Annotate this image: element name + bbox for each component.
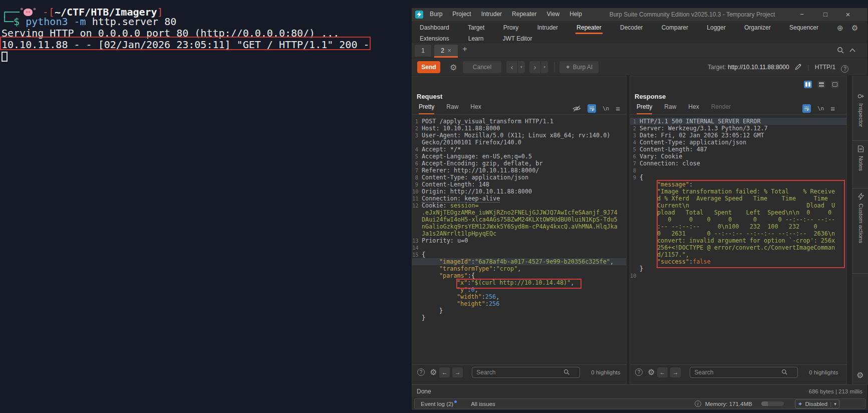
code-line: 1POST /apply_visual_transform HTTP/1.1 <box>412 118 626 125</box>
tab-comparer[interactable]: Comparer <box>661 23 689 34</box>
code-line: 7Connection: close <box>630 160 846 167</box>
code-line: 14 <box>412 244 626 251</box>
terminal-command: python3 <box>26 16 68 28</box>
search-help-icon[interactable]: ? <box>417 368 425 376</box>
response-search-box <box>690 367 798 378</box>
burp-suite-window: Burp Project Intruder Repeater View Help… <box>411 8 868 409</box>
menu-view[interactable]: View <box>546 11 559 18</box>
event-log-button[interactable]: Event log (2) <box>421 401 453 407</box>
close-tab-icon[interactable]: × <box>448 47 451 54</box>
menu-help[interactable]: Help <box>569 11 582 18</box>
response-tab-raw[interactable]: Raw <box>664 103 676 114</box>
request-editor[interactable]: 1POST /apply_visual_transform HTTP/1.12H… <box>412 118 626 321</box>
tab-logger[interactable]: Logger <box>706 23 726 34</box>
menu-project[interactable]: Project <box>452 11 471 18</box>
send-settings-gear-icon[interactable]: ⚙ <box>450 63 457 72</box>
back-dropdown-icon[interactable]: ▾ <box>517 61 525 73</box>
forward-dropdown-icon[interactable]: ▾ <box>540 61 548 73</box>
response-search-input[interactable] <box>690 369 781 376</box>
burp-logo-icon <box>415 11 423 19</box>
tab-proxy[interactable]: Proxy <box>502 23 520 34</box>
add-tab-button[interactable]: + <box>462 44 467 54</box>
chevron-up-icon[interactable] <box>849 48 855 52</box>
terminal-prompt-line2: └─$ python3 -m http.server 80 <box>2 16 176 28</box>
edit-target-pencil-icon[interactable] <box>795 63 802 70</box>
window-title: Burp Suite Community Edition v2025.10.3 … <box>602 11 782 18</box>
forward-arrow-icon[interactable]: › <box>529 61 540 73</box>
code-line: 11Connection: keep-alive <box>412 195 626 202</box>
main-tab-bar: Dashboard Target Proxy Intruder Repeater… <box>419 23 819 34</box>
maximize-button[interactable]: □ <box>821 10 830 19</box>
footer-bar: Event log (2) All issues i Memory: 171.4… <box>412 397 867 410</box>
history-back-button[interactable]: ‹ ▾ <box>506 61 525 73</box>
word-wrap-icon[interactable] <box>802 104 811 113</box>
request-search-input[interactable] <box>472 369 563 376</box>
tab-target[interactable]: Target <box>467 23 485 34</box>
hide-eye-icon[interactable] <box>572 105 581 112</box>
tab-dashboard[interactable]: Dashboard <box>419 23 450 34</box>
layout-columns-icon[interactable] <box>804 81 812 88</box>
tab-decoder[interactable]: Decoder <box>619 23 644 34</box>
code-line: 4Content-Type: application/json <box>630 139 846 146</box>
terminal-window[interactable]: ┌──°° -[~/CTF/HTB/Imagery] └─$ python3 -… <box>0 0 411 413</box>
tab-repeater[interactable]: Repeater <box>575 23 602 34</box>
editor-menu-icon[interactable]: ≡ <box>616 104 620 113</box>
tab-sequencer[interactable]: Sequencer <box>788 23 819 34</box>
settings-gear-icon[interactable]: ⚙ <box>851 24 858 33</box>
search-help-icon[interactable]: ? <box>635 368 643 376</box>
event-log-dot-icon <box>454 400 457 403</box>
tab-intruder[interactable]: Intruder <box>536 23 559 34</box>
terminal-cursor <box>2 52 8 62</box>
layout-single-icon[interactable] <box>831 81 839 88</box>
menu-burp[interactable]: Burp <box>430 11 442 18</box>
sparkle-icon: ✦ <box>798 400 803 407</box>
dock-tab-inspector[interactable]: Inspector <box>852 88 868 141</box>
cancel-button[interactable]: Cancel <box>463 61 501 73</box>
layout-rows-icon[interactable] <box>817 81 825 88</box>
code-line: "imageId":"6a78af4b-a017-4527-9e99-b2035… <box>412 258 626 265</box>
newline-chars-icon[interactable]: \n <box>603 105 609 112</box>
all-issues-button[interactable]: All issues <box>471 401 495 407</box>
code-line: Ja1s2ANrrlt1lpHpyqEQc <box>412 230 626 237</box>
repeater-tab-2[interactable]: 2× <box>434 45 458 57</box>
code-line: 5Content-Length: 487 <box>630 146 846 153</box>
search-settings-gear-icon[interactable]: ⚙ <box>430 367 437 377</box>
request-view-tabs: Pretty Raw Hex <box>419 103 481 114</box>
newline-chars-icon[interactable]: \n <box>817 105 824 112</box>
repeater-tab-1[interactable]: 1 <box>415 45 431 57</box>
search-tabs-icon[interactable] <box>837 47 844 54</box>
history-forward-button[interactable]: › ▾ <box>529 61 548 73</box>
next-match-button[interactable]: → <box>670 367 681 377</box>
search-icon <box>563 369 570 375</box>
tab-organizer[interactable]: Organizer <box>743 23 772 34</box>
back-arrow-icon[interactable]: ‹ <box>506 61 517 73</box>
burp-ai-toggle-button[interactable]: ✦ Disabled | ▾ <box>795 399 839 408</box>
menu-repeater[interactable]: Repeater <box>512 11 536 18</box>
menu-intruder[interactable]: Intruder <box>481 11 502 18</box>
code-line: "height":256 <box>412 300 626 307</box>
search-settings-gear-icon[interactable]: ⚙ <box>648 367 655 377</box>
request-tab-raw[interactable]: Raw <box>446 103 458 114</box>
globe-icon[interactable]: ⊕ <box>837 24 843 33</box>
response-tab-pretty[interactable]: Pretty <box>637 103 652 114</box>
send-button[interactable]: Send <box>417 61 440 73</box>
editor-settings-gear-icon[interactable]: ⚙ <box>856 370 863 380</box>
prev-match-button[interactable]: ← <box>439 367 450 377</box>
code-line: DAui24fwI4oH5-xlca4AGs75BZwM24KLXtOW9UdB… <box>412 216 626 223</box>
chevron-down-icon[interactable]: ▾ <box>834 401 836 406</box>
help-icon[interactable]: ? <box>841 65 848 73</box>
next-match-button[interactable]: → <box>452 367 463 377</box>
burp-ai-button[interactable]: ✦Burp AI <box>559 61 599 73</box>
request-tab-hex[interactable]: Hex <box>470 103 481 114</box>
word-wrap-icon[interactable] <box>588 104 596 113</box>
editor-menu-icon[interactable]: ≡ <box>830 104 835 113</box>
request-tab-pretty[interactable]: Pretty <box>419 103 434 114</box>
minimize-button[interactable]: − <box>797 10 806 19</box>
response-tab-hex[interactable]: Hex <box>688 103 699 114</box>
dock-tab-custom-actions[interactable]: Custom actions <box>852 188 868 274</box>
close-button[interactable]: × <box>843 10 852 19</box>
code-line: 8 <box>630 167 846 174</box>
prev-match-button[interactable]: ← <box>657 367 668 377</box>
code-line: 15{ <box>412 251 626 258</box>
dock-tab-notes[interactable]: Notes <box>852 141 868 188</box>
